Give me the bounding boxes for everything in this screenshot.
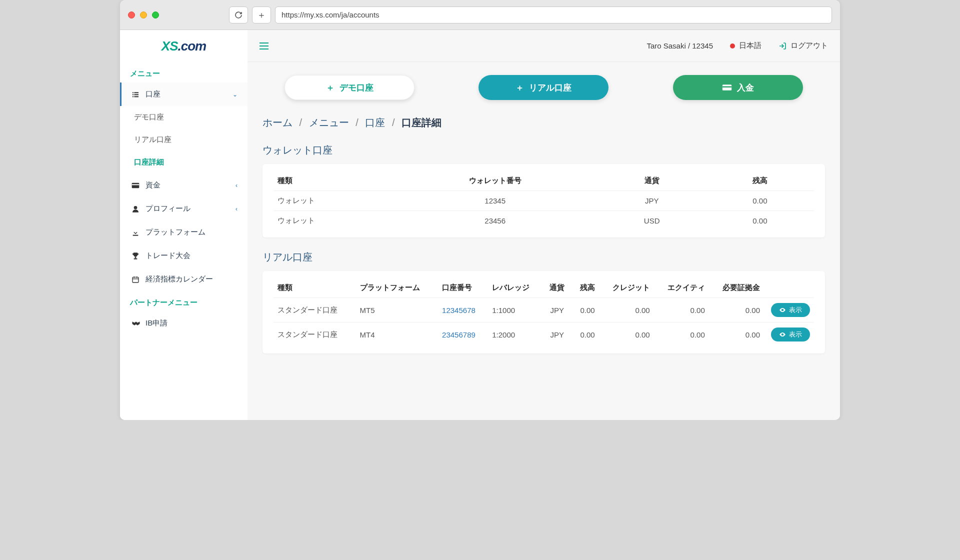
- table-row: スタンダード口座MT4234567891:2000JPY0.000.000.00…: [274, 322, 814, 347]
- th-platform: プラットフォーム: [356, 278, 438, 298]
- user-label: Taro Sasaki / 12345: [646, 42, 713, 50]
- card-icon: [722, 84, 732, 91]
- sidebar-item-funds[interactable]: 資金 ‹: [120, 174, 248, 197]
- sidebar-item-label: IB申請: [146, 318, 238, 328]
- sidebar-item-label: プラットフォーム: [146, 228, 238, 237]
- th-number: 口座番号: [438, 278, 488, 298]
- sidebar: XS.com メニュー 口座 ⌄ デモ口座 リアル口座 口座詳細 資金 ‹: [120, 30, 248, 420]
- list-icon: [132, 90, 146, 98]
- download-icon: [132, 228, 146, 236]
- svg-rect-2: [132, 96, 134, 97]
- url-bar[interactable]: https://my.xs.com/ja/accounts: [275, 6, 832, 24]
- table-row: ウォレット23456USD0.00: [274, 211, 814, 231]
- breadcrumb-menu[interactable]: メニュー: [309, 117, 349, 128]
- th-number: ウォレット番号: [392, 171, 598, 191]
- svg-point-22: [782, 310, 783, 310]
- th-margin: 必要証拠金: [709, 278, 764, 298]
- deposit-button[interactable]: 入金: [673, 75, 803, 100]
- cta-label: リアル口座: [529, 82, 572, 94]
- traffic-lights: [128, 12, 159, 18]
- browser-window: ＋ https://my.xs.com/ja/accounts XS.com メ…: [120, 0, 840, 420]
- svg-rect-12: [132, 277, 138, 282]
- sidebar-sub-real[interactable]: リアル口座: [120, 128, 248, 151]
- cta-row: ＋ デモ口座 ＋ リアル口座 入金: [262, 75, 825, 100]
- svg-point-8: [134, 206, 138, 210]
- cell-platform: MT5: [356, 298, 438, 322]
- real-table-card: 種類 プラットフォーム 口座番号 レバレッジ 通貨 残高 クレジット エクイティ…: [262, 271, 825, 354]
- breadcrumb-sep: /: [392, 117, 395, 128]
- sidebar-item-profile[interactable]: プロフィール ‹: [120, 197, 248, 220]
- sidebar-item-label: 経済指標カレンダー: [146, 274, 238, 284]
- language-selector[interactable]: 日本語: [730, 41, 762, 50]
- window-minimize-button[interactable]: [140, 12, 147, 18]
- sidebar-item-competition[interactable]: トレード大会: [120, 244, 248, 268]
- show-button[interactable]: 表示: [771, 328, 810, 342]
- cell-type: ウォレット: [274, 191, 392, 211]
- sidebar-item-accounts[interactable]: 口座 ⌄: [120, 82, 248, 106]
- sidebar-item-ib[interactable]: IB申請: [120, 312, 248, 335]
- logout-label: ログアウト: [790, 41, 828, 50]
- language-label: 日本語: [739, 41, 762, 50]
- calendar-icon: [132, 276, 146, 284]
- cell-platform: MT4: [356, 322, 438, 347]
- svg-rect-10: [135, 256, 136, 258]
- flag-jp-icon: [730, 44, 735, 48]
- cell-type: スタンダード口座: [274, 322, 356, 347]
- cell-account-number[interactable]: 12345678: [438, 298, 488, 322]
- cell-credit: 0.00: [599, 322, 654, 347]
- sidebar-item-calendar[interactable]: 経済指標カレンダー: [120, 268, 248, 291]
- table-row: ウォレット12345JPY0.00: [274, 191, 814, 211]
- svg-rect-1: [132, 94, 134, 95]
- svg-rect-3: [134, 92, 138, 93]
- table-row: スタンダード口座MT5123456781:1000JPY0.000.000.00…: [274, 298, 814, 322]
- breadcrumb-current: 口座詳細: [402, 117, 442, 128]
- cell-account-number[interactable]: 23456789: [438, 322, 488, 347]
- show-label: 表示: [789, 330, 802, 339]
- svg-rect-11: [134, 258, 138, 259]
- breadcrumb-accounts[interactable]: 口座: [365, 117, 385, 128]
- logo-com: .com: [178, 38, 206, 54]
- plus-icon: ＋: [516, 82, 524, 94]
- sidebar-sub-demo[interactable]: デモ口座: [120, 106, 248, 128]
- reload-button[interactable]: [229, 6, 248, 24]
- svg-rect-21: [722, 86, 732, 88]
- cell-leverage: 1:2000: [488, 322, 543, 347]
- sidebar-item-label: プロフィール: [146, 204, 236, 214]
- browser-titlebar: ＋ https://my.xs.com/ja/accounts: [120, 0, 840, 30]
- real-account-button[interactable]: ＋ リアル口座: [478, 75, 608, 100]
- cell-leverage: 1:1000: [488, 298, 543, 322]
- window-maximize-button[interactable]: [152, 12, 159, 18]
- sidebar-item-platform[interactable]: プラットフォーム: [120, 220, 248, 244]
- chevron-down-icon: ⌄: [232, 91, 238, 98]
- sidebar-item-label: 口座: [146, 90, 232, 99]
- svg-rect-6: [132, 182, 140, 188]
- breadcrumb-home[interactable]: ホーム: [262, 117, 292, 128]
- show-button[interactable]: 表示: [771, 303, 810, 317]
- logo[interactable]: XS.com: [120, 30, 248, 62]
- topbar: Taro Sasaki / 12345 日本語 ログアウト: [248, 30, 840, 62]
- menu-header-partner: パートナーメニュー: [120, 291, 248, 312]
- th-currency: 通貨: [598, 171, 706, 191]
- sidebar-sub-detail[interactable]: 口座詳細: [120, 151, 248, 174]
- svg-point-23: [782, 334, 783, 335]
- menu-toggle-button[interactable]: [260, 42, 268, 50]
- cell-equity: 0.00: [654, 322, 709, 347]
- logout-button[interactable]: ログアウト: [778, 41, 828, 50]
- new-tab-button[interactable]: ＋: [252, 6, 271, 24]
- th-credit: クレジット: [599, 278, 654, 298]
- th-leverage: レバレッジ: [488, 278, 543, 298]
- chevron-left-icon: ‹: [236, 206, 238, 212]
- svg-rect-0: [132, 92, 134, 93]
- th-balance: 残高: [706, 171, 814, 191]
- card-icon: [132, 182, 146, 188]
- cell-currency: JPY: [598, 191, 706, 211]
- cell-balance: 0.00: [706, 211, 814, 231]
- window-close-button[interactable]: [128, 12, 135, 18]
- content: ＋ デモ口座 ＋ リアル口座 入金 ホーム: [248, 62, 840, 380]
- cta-label: デモ口座: [340, 82, 374, 94]
- eye-icon: [779, 306, 786, 314]
- demo-account-button[interactable]: ＋ デモ口座: [284, 75, 414, 100]
- handshake-icon: [132, 320, 146, 327]
- th-type: 種類: [274, 171, 392, 191]
- cell-currency: JPY: [543, 322, 571, 347]
